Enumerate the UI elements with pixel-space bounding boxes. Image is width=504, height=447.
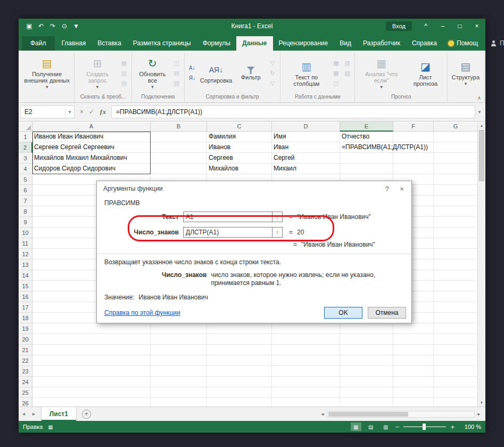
name-box[interactable]: E2 ▼ (20, 105, 75, 118)
cell-B20[interactable] (151, 334, 207, 345)
cell-E19[interactable] (340, 323, 393, 334)
formula-bar-expand-icon[interactable]: ▼ (475, 110, 484, 115)
new-sheet-icon[interactable]: + (82, 410, 91, 419)
forecast-sheet-button[interactable]: ◪Лист прогноза (407, 58, 444, 88)
cell-C25[interactable] (207, 387, 272, 398)
save-icon[interactable]: ▣ (24, 21, 35, 31)
cell-G3[interactable] (434, 153, 477, 164)
tab-file[interactable]: Файл (22, 36, 55, 51)
flash-fill-icon[interactable]: ▦ (331, 59, 341, 67)
row-header-9[interactable]: 9 (19, 217, 32, 227)
tab-data[interactable]: Данные (236, 36, 273, 51)
row-header-13[interactable]: 13 (19, 259, 32, 270)
cell-C21[interactable] (207, 345, 272, 355)
dialog-help-icon[interactable]: ? (379, 183, 394, 194)
normal-view-icon[interactable]: ▦ (351, 422, 361, 431)
row-header-24[interactable]: 24 (19, 377, 32, 387)
cell-G2[interactable] (434, 142, 477, 153)
row-header-10[interactable]: 10 (19, 227, 32, 238)
undo-icon[interactable]: ↶ (36, 21, 46, 31)
zoom-in-icon[interactable]: + (450, 423, 455, 431)
cell-C23[interactable] (207, 366, 272, 377)
cell-C2[interactable]: Иванов (207, 142, 272, 153)
cell-G24[interactable] (434, 377, 477, 387)
cell-G15[interactable] (434, 281, 477, 291)
advanced-filter-icon[interactable]: ▽ (268, 79, 277, 87)
cell-F24[interactable] (393, 377, 434, 387)
cell-G8[interactable] (434, 206, 477, 217)
cell-A1[interactable]: Иванов Иван Иванович (32, 132, 151, 142)
collapse-dialog-button-2[interactable]: ↑ (272, 227, 283, 238)
what-if-analysis-button[interactable]: ▦Анализ "что если"▼ (358, 55, 404, 92)
collapse-dialog-button[interactable]: ↑ (272, 212, 283, 222)
tab-page-layout[interactable]: Разметка страницы (127, 36, 197, 51)
cell-G5[interactable] (434, 174, 477, 185)
share-button[interactable]: Поделиться (483, 39, 504, 51)
properties-icon[interactable]: ▤ (172, 69, 181, 77)
tab-review[interactable]: Рецензирование (273, 36, 334, 51)
tab-home[interactable]: Главная (56, 36, 92, 51)
cell-B19[interactable] (151, 323, 207, 334)
enter-entry-icon[interactable]: ✓ (89, 108, 94, 116)
row-header-23[interactable]: 23 (19, 366, 32, 377)
select-all-corner[interactable] (19, 121, 32, 132)
cell-D1[interactable]: Имя (272, 132, 340, 142)
cell-G22[interactable] (434, 355, 477, 366)
row-header-2[interactable]: 2 (19, 142, 32, 153)
cell-G17[interactable] (434, 302, 477, 313)
cell-E4[interactable] (340, 164, 393, 174)
row-header-17[interactable]: 17 (19, 302, 32, 313)
from-table-icon[interactable]: ▥ (119, 69, 129, 77)
row-header-26[interactable]: 26 (19, 398, 32, 407)
tab-formulas[interactable]: Формулы (197, 36, 236, 51)
cell-B2[interactable] (151, 142, 207, 153)
cell-B26[interactable] (151, 398, 207, 407)
col-header-F[interactable]: F (393, 121, 434, 132)
next-sheet-icon[interactable]: ► (29, 411, 39, 417)
touch-mode-icon[interactable]: ⊙ (59, 21, 70, 31)
cell-B1[interactable] (151, 132, 207, 142)
scroll-right-icon[interactable]: ► (475, 412, 483, 417)
row-header-11[interactable]: 11 (19, 238, 32, 249)
scroll-down-icon[interactable]: ▼ (478, 399, 485, 407)
cell-E3[interactable] (340, 153, 393, 164)
cell-F26[interactable] (393, 398, 434, 407)
cell-E25[interactable] (340, 387, 393, 398)
zoom-out-icon[interactable]: − (395, 423, 400, 431)
cell-G20[interactable] (434, 334, 477, 345)
cell-B24[interactable] (151, 377, 207, 387)
row-header-22[interactable]: 22 (19, 355, 32, 366)
cell-A25[interactable] (32, 387, 151, 398)
cell-E23[interactable] (340, 366, 393, 377)
zoom-slider[interactable] (403, 426, 446, 427)
cell-D4[interactable]: Михаил (272, 164, 340, 174)
cell-G12[interactable] (434, 249, 477, 259)
cell-E20[interactable] (340, 334, 393, 345)
cell-G9[interactable] (434, 217, 477, 227)
clear-filter-icon[interactable]: ▽ (268, 59, 277, 67)
data-validation-icon[interactable]: ▦ (331, 69, 341, 77)
zoom-level[interactable]: 100 % (459, 424, 481, 430)
num-chars-argument-input[interactable]: ДЛСТР(A1) (183, 227, 272, 238)
formula-input[interactable]: =ПРАВСИМВ(A1;ДЛСТР(A1)) (111, 105, 475, 118)
cell-F1[interactable] (393, 132, 434, 142)
tab-insert[interactable]: Вставка (92, 36, 127, 51)
cell-G4[interactable] (434, 164, 477, 174)
scroll-up-icon[interactable]: ▲ (478, 121, 485, 129)
cell-C3[interactable]: Сергеев (207, 153, 272, 164)
cell-B3[interactable] (151, 153, 207, 164)
row-header-8[interactable]: 8 (19, 206, 32, 217)
cell-D22[interactable] (272, 355, 340, 366)
text-argument-input[interactable]: A1 (183, 212, 272, 222)
col-header-B[interactable]: B (151, 121, 207, 132)
minimize-icon[interactable]: – (434, 19, 451, 33)
prev-sheet-icon[interactable]: ◄ (19, 411, 29, 417)
dialog-close-icon[interactable]: × (394, 183, 409, 194)
row-header-4[interactable]: 4 (19, 164, 32, 174)
row-header-6[interactable]: 6 (19, 185, 32, 196)
sign-in-button[interactable]: Вход (386, 21, 412, 31)
cell-D3[interactable]: Сергей (272, 153, 340, 164)
cell-G18[interactable] (434, 313, 477, 323)
new-query-button[interactable]: ⊞Создать запрос▼ (77, 55, 118, 92)
cell-G7[interactable] (434, 196, 477, 206)
